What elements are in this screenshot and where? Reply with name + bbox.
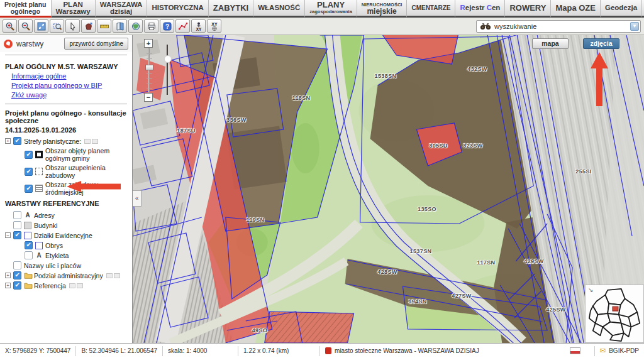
goto-xy-button[interactable]: XY [191, 19, 206, 33]
folder-icon [24, 272, 31, 279]
tab-rejestr-cen[interactable]: Rejestr Cen [455, 0, 505, 18]
tab-rowery[interactable]: ROWERY [505, 0, 551, 18]
sidebar-link-0[interactable]: Informacje ogólne [11, 72, 127, 80]
expand-toggle[interactable]: + [5, 138, 11, 144]
zoom-track[interactable] [148, 48, 150, 93]
layers-logo-icon [4, 40, 13, 48]
layer-checkbox[interactable] [13, 281, 21, 290]
toolbar-buttons: ?XYXY [2, 19, 222, 33]
basemap-photos-button[interactable]: zdjęcia [583, 38, 619, 49]
tab-cmentarze[interactable]: CMENTARZE [407, 0, 455, 18]
search-input[interactable]: wyszukiwanie ▼ [476, 20, 641, 33]
layer-label: Referencja [34, 282, 66, 290]
layer-row-etykieta: AEtykieta [16, 251, 127, 259]
gray-fill-swatch [24, 222, 31, 229]
layer-row-obszar-zabudowy-śródmiejskiej: Obszar zabudowy śródmiejskiej [16, 181, 127, 196]
layer-checkbox[interactable] [13, 261, 21, 269]
coordinates-xy-button[interactable]: XY [207, 19, 221, 33]
map-toolbar: ?XYXY wyszukiwanie ▼ [0, 18, 644, 35]
layer-row-podział-administracyjny: +Podział administracyjny [5, 271, 127, 279]
zone-label-1537SN: 1537SN [410, 248, 432, 254]
zone-label-336SW: 336SW [226, 117, 247, 123]
measure-ruler-button[interactable] [97, 19, 111, 33]
zone-label-305SU: 305SU [429, 143, 448, 149]
overview-inset-map[interactable]: ↘ [585, 285, 644, 343]
layer-checkbox[interactable] [25, 241, 33, 249]
sidebar-collapse-button[interactable]: « [133, 190, 142, 207]
map-graphics [133, 35, 644, 343]
inset-collapse-icon[interactable]: ↘ [588, 286, 593, 293]
folder-icon [24, 282, 31, 290]
tab-historyczna[interactable]: HISTORYCZNA [147, 0, 208, 18]
layer-row-nazwy-ulic-i-placów: Nazwy ulic i placów [5, 261, 127, 269]
brand-badge: ✉ BGIK-PDP [594, 346, 644, 356]
tab-plan-warszawy[interactable]: PLANWarszawy [52, 0, 96, 18]
zoom-in-button[interactable] [3, 19, 17, 33]
sidebar-link-1[interactable]: Projekt planu ogólnego w BIP [11, 82, 127, 89]
sidebar-link-2[interactable]: Złóż uwagę [11, 91, 127, 99]
basemap-map-button[interactable]: mapa [532, 38, 569, 49]
mail-icon[interactable]: ✉ [600, 347, 606, 355]
layer-extra-controls[interactable] [106, 273, 121, 278]
layer-row-referencja: +Referencja [5, 281, 127, 290]
layer-label: Podział administracyjny [34, 272, 103, 279]
measure-line-button[interactable] [175, 19, 190, 33]
search-placeholder: wyszukiwanie [494, 23, 630, 30]
layer-checkbox[interactable] [25, 168, 33, 176]
tab-zabytki[interactable]: ZABYTKI [209, 0, 253, 18]
dashed-swatch [35, 168, 43, 175]
zoom-window-button[interactable] [50, 19, 64, 33]
zone-label-117SN: 117SN [477, 259, 495, 266]
zone-label-428SW: 428SW [377, 269, 397, 275]
map-canvas[interactable]: 187SU336SW118SN1538SN432SW305SU323SW255S… [133, 35, 644, 343]
tab-nieruchomosci-miejskie[interactable]: NIERUCHOMOŚCImiejskie [357, 0, 408, 18]
globe-button[interactable] [128, 19, 143, 33]
layer-extra-controls[interactable] [69, 283, 84, 288]
help-button[interactable]: ? [160, 19, 174, 33]
full-extent-button[interactable] [34, 19, 48, 33]
zone-label-1538SN: 1538SN [375, 73, 397, 79]
expand-toggle[interactable]: + [5, 273, 11, 278]
status-bar: X: 5796829 Y: 7500447 B: 52.304946 L: 21… [0, 343, 644, 358]
select-arrow-button[interactable] [65, 19, 80, 33]
layer-row-działki-ewidencyjne: −Działki Ewidencyjne [5, 231, 127, 239]
layer-checkbox[interactable] [25, 251, 33, 259]
expand-toggle[interactable]: − [5, 232, 11, 238]
zoom-in-button[interactable]: + [144, 39, 153, 48]
zone-label-118SN: 118SN [292, 95, 310, 101]
tab-warszawa-dzisiaj[interactable]: WARSZAWAdzisiaj [96, 0, 148, 18]
svg-text:XY: XY [211, 22, 218, 26]
language-flag[interactable] [557, 347, 594, 354]
overview-districts [586, 285, 643, 342]
section-title-referencyjne: WARSTWY REFERENCYJNE [5, 200, 99, 207]
tab-wlasnosc[interactable]: WŁASNOŚĆ [253, 0, 305, 18]
tab-mapa-oze[interactable]: Mapa OZE [551, 0, 601, 18]
zoom-slider-handle[interactable] [145, 65, 153, 70]
layer-checkbox[interactable] [13, 231, 21, 239]
tab-geodezja[interactable]: Geodezja [601, 0, 642, 18]
zoom-out-button[interactable] [18, 19, 33, 33]
tab-projekt-planu-ogolnego[interactable]: Projekt planuogólnego [0, 0, 52, 18]
layer-checkbox[interactable] [13, 211, 21, 219]
tab-plany-zagospodarowania[interactable]: PLANYzagospodarowania [305, 0, 357, 18]
layer-checkbox[interactable] [13, 221, 21, 229]
zoom-out-button[interactable]: − [144, 93, 153, 102]
identify-button[interactable] [81, 19, 96, 33]
layer-row-obszar-objęty-planem-ogólnym-gminy: Obszar objęty planem ogólnym gminy [16, 147, 127, 162]
layer-checkbox[interactable] [25, 185, 33, 193]
layer-row-adresy: AAdresy [5, 211, 127, 219]
layer-label: Obszar objęty planem ogólnym gminy [45, 147, 127, 162]
expand-toggle[interactable]: + [5, 283, 11, 288]
layer-checkbox[interactable] [13, 271, 21, 279]
search-dropdown-button[interactable]: ▼ [630, 22, 639, 31]
layer-checkbox[interactable] [25, 151, 33, 159]
layer-checkbox[interactable] [13, 137, 21, 145]
divider [5, 55, 127, 55]
restore-defaults-button[interactable]: przywróć domyślne [64, 38, 128, 50]
zone-label-255SI: 255SI [575, 168, 592, 175]
legend-book-button[interactable] [113, 19, 127, 33]
current-extent-marker [613, 306, 618, 311]
print-button[interactable] [144, 19, 158, 33]
layer-tree: +Strefy planistyczne:Obszar objęty plane… [5, 137, 127, 290]
layer-extra-controls[interactable] [84, 139, 99, 144]
